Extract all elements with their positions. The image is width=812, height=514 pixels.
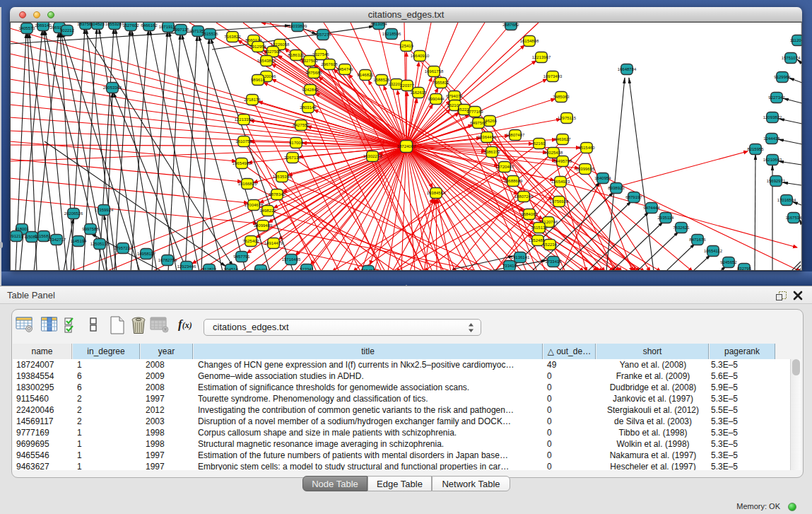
svg-text:9457791: 9457791: [233, 255, 250, 259]
svg-text:8471676: 8471676: [689, 238, 706, 242]
svg-text:1527602: 1527602: [122, 23, 139, 28]
svg-text:16033809: 16033809: [288, 24, 307, 28]
svg-text:1145194: 1145194: [71, 239, 88, 243]
svg-text:152234: 152234: [543, 243, 558, 247]
svg-text:391213: 391213: [10, 234, 24, 238]
svg-text:8215955: 8215955: [747, 147, 764, 151]
svg-text:10025438: 10025438: [544, 151, 563, 155]
svg-text:14099489: 14099489: [254, 223, 273, 228]
svg-text:16640910: 16640910: [411, 54, 430, 58]
svg-text:1244415: 1244415: [763, 136, 780, 141]
svg-text:16543862: 16543862: [257, 59, 276, 63]
svg-text:733416: 733416: [502, 264, 517, 268]
svg-text:7485063: 7485063: [553, 95, 570, 99]
svg-text:5878342: 5878342: [269, 192, 286, 197]
svg-text:16648784: 16648784: [618, 67, 637, 71]
svg-text:15302273: 15302273: [363, 154, 382, 158]
svg-text:2935114: 2935114: [658, 216, 675, 220]
svg-text:15751074: 15751074: [782, 56, 801, 60]
svg-text:12923446: 12923446: [177, 264, 196, 269]
svg-text:19166825: 19166825: [238, 182, 257, 186]
svg-text:16210643: 16210643: [763, 158, 782, 162]
svg-text:1997135: 1997135: [172, 28, 189, 32]
svg-text:7163822: 7163822: [224, 35, 241, 39]
svg-text:8938923: 8938923: [608, 186, 625, 190]
svg-text:12505135: 12505135: [90, 242, 110, 246]
svg-text:12975115: 12975115: [558, 116, 577, 120]
svg-text:1167534: 1167534: [786, 216, 802, 220]
svg-text:125419: 125419: [399, 44, 414, 48]
svg-text:1405573: 1405573: [18, 26, 35, 30]
svg-text:989614: 989614: [251, 78, 266, 82]
svg-text:14914479: 14914479: [264, 241, 283, 245]
svg-text:9242843: 9242843: [302, 88, 319, 92]
svg-text:1112045: 1112045: [790, 38, 802, 42]
svg-text:9684067: 9684067: [521, 212, 538, 216]
svg-text:1162615: 1162615: [411, 90, 428, 95]
svg-text:16961758: 16961758: [425, 69, 444, 74]
svg-text:7625402: 7625402: [242, 239, 259, 243]
svg-text:14495798: 14495798: [553, 159, 572, 163]
svg-text:1610755: 1610755: [235, 139, 252, 144]
svg-text:10399695: 10399695: [576, 167, 595, 171]
svg-text:2687682: 2687682: [502, 23, 519, 27]
svg-text:8186323: 8186323: [288, 53, 305, 57]
svg-text:3267130: 3267130: [284, 156, 301, 160]
svg-text:10654112: 10654112: [704, 249, 723, 253]
svg-text:1498222: 1498222: [259, 209, 276, 213]
svg-text:9515460: 9515460: [578, 146, 595, 150]
svg-text:19384564: 19384564: [427, 191, 446, 195]
svg-text:9463627: 9463627: [554, 137, 571, 141]
svg-text:220377: 220377: [400, 83, 415, 88]
svg-text:2967608: 2967608: [321, 62, 338, 66]
svg-text:9777169: 9777169: [466, 110, 483, 114]
svg-text:20053346: 20053346: [103, 86, 122, 90]
svg-text:17004678: 17004678: [245, 203, 264, 207]
svg-text:15692971: 15692971: [767, 179, 786, 183]
svg-text:14958117: 14958117: [137, 252, 156, 256]
svg-text:12342717: 12342717: [47, 238, 66, 242]
svg-text:7955812: 7955812: [433, 81, 449, 85]
svg-text:10807487: 10807487: [506, 133, 525, 137]
svg-text:18807249: 18807249: [514, 194, 534, 199]
svg-text:12093822: 12093822: [763, 115, 782, 119]
svg-text:16782759: 16782759: [158, 258, 177, 262]
svg-text:12213359: 12213359: [235, 117, 254, 122]
svg-text:1640954: 1640954: [594, 176, 611, 180]
svg-text:9327546: 9327546: [312, 52, 329, 57]
svg-text:7357274: 7357274: [314, 33, 331, 37]
svg-text:9327503: 9327503: [301, 59, 318, 63]
svg-text:8454749: 8454749: [336, 67, 353, 71]
svg-text:13720407: 13720407: [495, 165, 514, 169]
svg-text:9146821: 9146821: [357, 73, 374, 77]
svg-text:15716485: 15716485: [282, 257, 301, 262]
svg-text:12213967: 12213967: [532, 55, 551, 59]
svg-text:7386372: 7386372: [483, 150, 500, 154]
svg-text:20206526: 20206526: [64, 211, 83, 216]
svg-text:9327508: 9327508: [264, 49, 281, 54]
svg-text:10973493: 10973493: [543, 74, 563, 78]
svg-text:62160: 62160: [534, 141, 546, 146]
svg-text:6794072: 6794072: [446, 94, 463, 98]
svg-text:9227342: 9227342: [768, 95, 785, 100]
svg-text:8427552: 8427552: [293, 123, 310, 127]
svg-text:2803144: 2803144: [300, 105, 317, 110]
svg-text:9875685: 9875685: [305, 71, 322, 75]
svg-text:6497568: 6497568: [470, 121, 487, 125]
svg-text:13654923: 13654923: [551, 180, 570, 184]
svg-text:14136141: 14136141: [511, 255, 530, 259]
svg-text:20364456: 20364456: [478, 135, 497, 139]
svg-text:902212: 902212: [60, 28, 75, 33]
svg-text:1733416: 1733416: [545, 259, 562, 264]
svg-text:10688609: 10688609: [504, 179, 523, 183]
svg-text:16154808: 16154808: [520, 39, 539, 43]
svg-text:417004: 417004: [289, 141, 304, 145]
svg-text:2718176: 2718176: [244, 98, 261, 102]
svg-text:17016504: 17016504: [777, 198, 796, 202]
svg-text:7515536: 7515536: [201, 32, 218, 36]
svg-text:9474444: 9474444: [643, 206, 660, 210]
svg-text:8912954: 8912954: [249, 45, 266, 49]
svg-text:17957223: 17957223: [114, 246, 133, 250]
svg-text:17359924: 17359924: [95, 208, 114, 212]
svg-text:9245652: 9245652: [720, 260, 737, 264]
